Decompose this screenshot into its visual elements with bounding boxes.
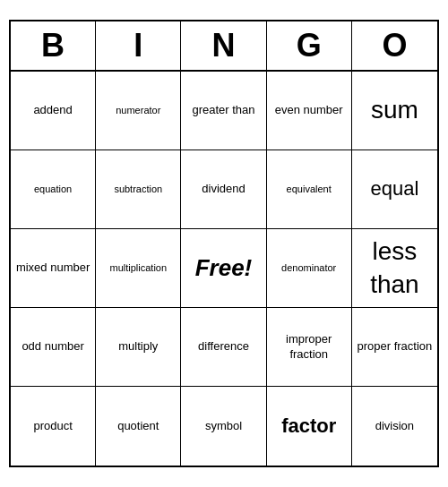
cell-text-16: multiply bbox=[118, 339, 158, 355]
bingo-header: BINGO bbox=[11, 21, 437, 72]
cell-text-6: subtraction bbox=[114, 183, 162, 195]
cell-text-4: sum bbox=[371, 94, 418, 126]
cell-text-15: odd number bbox=[22, 339, 83, 355]
cell-text-7: dividend bbox=[202, 182, 245, 197]
bingo-grid: addendnumeratorgreater thaneven numbersu… bbox=[11, 72, 437, 466]
bingo-cell-0: addend bbox=[11, 72, 96, 150]
cell-text-1: numerator bbox=[116, 104, 160, 116]
bingo-cell-23: factor bbox=[267, 387, 352, 466]
cell-text-20: product bbox=[33, 419, 72, 434]
cell-text-22: symbol bbox=[205, 419, 242, 434]
bingo-cell-21: quotient bbox=[96, 387, 181, 466]
bingo-cell-3: even number bbox=[267, 72, 352, 150]
bingo-card: BINGO addendnumeratorgreater thaneven nu… bbox=[9, 20, 439, 467]
bingo-cell-22: symbol bbox=[181, 387, 266, 466]
bingo-cell-18: improper fraction bbox=[267, 308, 352, 387]
cell-text-19: proper fraction bbox=[357, 339, 432, 355]
bingo-cell-9: equal bbox=[352, 150, 437, 229]
bingo-cell-15: odd number bbox=[11, 308, 96, 387]
cell-text-10: mixed number bbox=[16, 261, 90, 276]
bingo-cell-2: greater than bbox=[181, 72, 266, 150]
bingo-cell-8: equivalent bbox=[267, 150, 352, 229]
bingo-cell-12: Free! bbox=[181, 229, 266, 308]
bingo-cell-5: equation bbox=[11, 150, 96, 229]
cell-text-5: equation bbox=[34, 183, 72, 195]
cell-text-23: factor bbox=[281, 414, 336, 440]
cell-text-8: equivalent bbox=[287, 183, 332, 195]
bingo-cell-17: difference bbox=[181, 308, 266, 387]
cell-text-14: less than bbox=[356, 235, 434, 301]
cell-text-13: denominator bbox=[281, 261, 336, 274]
bingo-cell-1: numerator bbox=[96, 72, 181, 150]
bingo-letter-g: G bbox=[267, 21, 352, 70]
bingo-cell-6: subtraction bbox=[96, 150, 181, 229]
cell-text-21: quotient bbox=[117, 419, 159, 434]
bingo-letter-i: I bbox=[96, 21, 181, 70]
bingo-cell-13: denominator bbox=[267, 229, 352, 308]
bingo-cell-19: proper fraction bbox=[352, 308, 437, 387]
cell-text-11: multiplication bbox=[109, 261, 167, 274]
bingo-letter-n: N bbox=[181, 21, 266, 70]
cell-text-0: addend bbox=[33, 103, 72, 118]
cell-text-12: Free! bbox=[195, 253, 253, 284]
cell-text-3: even number bbox=[275, 103, 343, 118]
cell-text-24: division bbox=[375, 419, 414, 434]
bingo-cell-16: multiply bbox=[96, 308, 181, 387]
bingo-letter-o: O bbox=[352, 21, 437, 70]
bingo-cell-24: division bbox=[352, 387, 437, 466]
bingo-cell-14: less than bbox=[352, 229, 437, 308]
bingo-letter-b: B bbox=[11, 21, 96, 70]
bingo-cell-7: dividend bbox=[181, 150, 266, 229]
cell-text-9: equal bbox=[370, 176, 418, 202]
bingo-cell-10: mixed number bbox=[11, 229, 96, 308]
cell-text-2: greater than bbox=[192, 103, 254, 118]
cell-text-18: improper fraction bbox=[271, 332, 348, 363]
bingo-cell-11: multiplication bbox=[96, 229, 181, 308]
cell-text-17: difference bbox=[198, 339, 249, 355]
bingo-cell-4: sum bbox=[352, 72, 437, 150]
bingo-cell-20: product bbox=[11, 387, 96, 466]
